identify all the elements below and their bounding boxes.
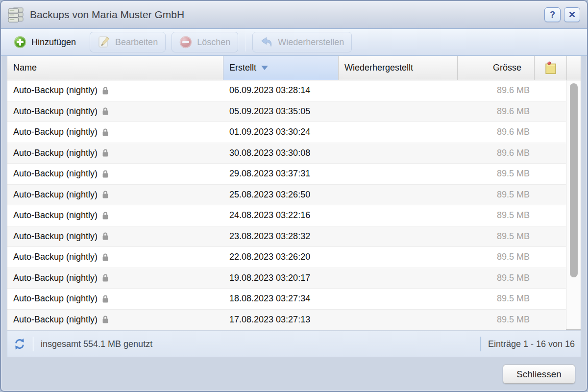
close-dialog-button[interactable]: Schliessen	[503, 365, 575, 384]
created-cell: 19.08.2023 03:20:17	[223, 273, 339, 283]
edit-pencil-icon	[98, 36, 110, 49]
delete-minus-icon	[179, 36, 192, 49]
size-cell: 89.5 MB	[458, 210, 535, 220]
column-header-created[interactable]: Erstellt	[223, 56, 339, 80]
backup-name: Auto-Backup (nightly)	[13, 190, 98, 200]
backup-name-cell: Auto-Backup (nightly)	[7, 169, 223, 179]
close-window-button[interactable]: ✕	[564, 7, 580, 22]
lock-icon	[102, 315, 109, 324]
table-row[interactable]: Auto-Backup (nightly) 06.09.2023 03:28:1…	[7, 80, 566, 101]
column-header-created-label: Erstellt	[229, 63, 256, 73]
header-scroll-spacer	[567, 56, 581, 80]
lock-icon	[102, 128, 109, 137]
column-header-name[interactable]: Name	[7, 56, 223, 80]
lock-icon	[102, 148, 109, 157]
backup-name: Auto-Backup (nightly)	[13, 294, 98, 304]
edit-button[interactable]: Bearbeiten	[90, 32, 166, 52]
lock-icon	[102, 273, 109, 282]
backup-name: Auto-Backup (nightly)	[13, 127, 98, 137]
titlebar: Backups von Maria Muster GmbH ? ✕	[1, 1, 587, 29]
undo-arrow-icon	[260, 36, 273, 49]
backup-name-cell: Auto-Backup (nightly)	[7, 273, 223, 283]
table-body: Auto-Backup (nightly) 06.09.2023 03:28:1…	[7, 80, 581, 329]
delete-button-label: Löschen	[197, 37, 230, 48]
backup-name: Auto-Backup (nightly)	[13, 85, 98, 96]
table-row[interactable]: Auto-Backup (nightly) 24.08.2023 03:22:1…	[7, 205, 566, 226]
backup-name-cell: Auto-Backup (nightly)	[7, 231, 223, 242]
table-header: Name Erstellt Wiederhergestellt Grösse	[7, 56, 581, 80]
restore-button-label: Wiederherstellen	[278, 37, 344, 48]
table-row[interactable]: Auto-Backup (nightly) 17.08.2023 03:27:1…	[7, 310, 566, 331]
table-row[interactable]: Auto-Backup (nightly) 18.08.2023 03:27:3…	[7, 289, 566, 310]
entries-count: Einträge 1 - 16 von 16	[488, 339, 575, 349]
size-cell: 89.5 MB	[458, 252, 535, 262]
backup-name-cell: Auto-Backup (nightly)	[7, 106, 223, 117]
size-cell: 89.5 MB	[458, 231, 535, 242]
created-cell: 30.08.2023 03:30:08	[223, 148, 339, 158]
status-bar: insgesamt 554.1 MB genutzt Einträge 1 - …	[7, 331, 581, 357]
size-cell: 89.6 MB	[458, 85, 535, 96]
edit-button-label: Bearbeiten	[115, 37, 158, 48]
created-cell: 18.08.2023 03:27:34	[223, 294, 339, 304]
backup-name-cell: Auto-Backup (nightly)	[7, 294, 223, 304]
lock-icon	[102, 253, 109, 262]
delete-button[interactable]: Löschen	[172, 32, 238, 52]
created-cell: 17.08.2023 03:27:13	[223, 315, 339, 325]
table-row[interactable]: Auto-Backup (nightly) 25.08.2023 03:26:5…	[7, 185, 566, 206]
size-cell: 89.6 MB	[458, 127, 535, 137]
size-cell: 89.5 MB	[458, 273, 535, 283]
table-row[interactable]: Auto-Backup (nightly) 30.08.2023 03:30:0…	[7, 143, 566, 164]
toolbar: Hinzufügen Bearbeiten Löschen	[1, 29, 587, 56]
table-row[interactable]: Auto-Backup (nightly) 23.08.2023 03:28:3…	[7, 226, 566, 247]
created-cell: 22.08.2023 03:26:20	[223, 252, 339, 262]
refresh-icon[interactable]	[13, 338, 26, 350]
add-button[interactable]: Hinzufügen	[6, 32, 84, 52]
help-button[interactable]: ?	[544, 7, 561, 22]
restore-button[interactable]: Wiederherstellen	[252, 32, 352, 52]
created-cell: 05.09.2023 03:35:05	[223, 106, 339, 117]
backup-name-cell: Auto-Backup (nightly)	[7, 252, 223, 262]
table-row[interactable]: Auto-Backup (nightly) 05.09.2023 03:35:0…	[7, 101, 566, 122]
backup-name-cell: Auto-Backup (nightly)	[7, 85, 223, 96]
backup-name: Auto-Backup (nightly)	[13, 252, 98, 262]
backup-name: Auto-Backup (nightly)	[13, 231, 98, 242]
backup-name: Auto-Backup (nightly)	[13, 148, 98, 158]
size-cell: 89.6 MB	[458, 106, 535, 117]
backup-name: Auto-Backup (nightly)	[13, 210, 98, 220]
backup-name-cell: Auto-Backup (nightly)	[7, 210, 223, 220]
lock-icon	[102, 86, 109, 95]
scrollbar-track[interactable]	[566, 80, 581, 329]
scrollbar-thumb[interactable]	[570, 83, 578, 277]
created-cell: 01.09.2023 03:30:24	[223, 127, 339, 137]
size-cell: 89.6 MB	[458, 148, 535, 158]
backups-table: Name Erstellt Wiederhergestellt Grösse	[7, 56, 581, 330]
table-row[interactable]: Auto-Backup (nightly) 19.08.2023 03:20:1…	[7, 268, 566, 289]
created-cell: 06.09.2023 03:28:14	[223, 85, 339, 96]
lock-icon	[102, 190, 109, 199]
size-cell: 89.5 MB	[458, 190, 535, 200]
backup-stack-icon	[8, 7, 24, 23]
created-cell: 25.08.2023 03:26:50	[223, 190, 339, 200]
lock-icon	[102, 170, 109, 178]
table-row[interactable]: Auto-Backup (nightly) 22.08.2023 03:26:2…	[7, 247, 566, 268]
window-buttons: ? ✕	[544, 7, 580, 22]
lock-icon	[102, 107, 109, 116]
lock-icon	[102, 232, 109, 241]
table-row[interactable]: Auto-Backup (nightly) 01.09.2023 03:30:2…	[7, 122, 566, 143]
backups-dialog: Backups von Maria Muster GmbH ? ✕ Hinzuf…	[0, 0, 588, 392]
backup-name: Auto-Backup (nightly)	[13, 315, 98, 325]
size-cell: 89.5 MB	[458, 315, 535, 325]
created-cell: 23.08.2023 03:28:32	[223, 231, 339, 242]
column-header-note[interactable]	[535, 56, 567, 80]
column-header-size[interactable]: Grösse	[458, 56, 535, 80]
column-header-restored-label: Wiederhergestellt	[344, 63, 413, 73]
column-header-restored[interactable]: Wiederhergestellt	[339, 56, 458, 80]
size-cell: 89.5 MB	[458, 169, 535, 179]
table-row[interactable]: Auto-Backup (nightly) 29.08.2023 03:37:3…	[7, 164, 566, 185]
status-right: Einträge 1 - 16 von 16	[480, 337, 575, 351]
backup-name-cell: Auto-Backup (nightly)	[7, 315, 223, 325]
window-title: Backups von Maria Muster GmbH	[30, 9, 184, 21]
backup-name-cell: Auto-Backup (nightly)	[7, 190, 223, 200]
backup-name: Auto-Backup (nightly)	[13, 273, 98, 283]
add-plus-icon	[14, 36, 26, 49]
